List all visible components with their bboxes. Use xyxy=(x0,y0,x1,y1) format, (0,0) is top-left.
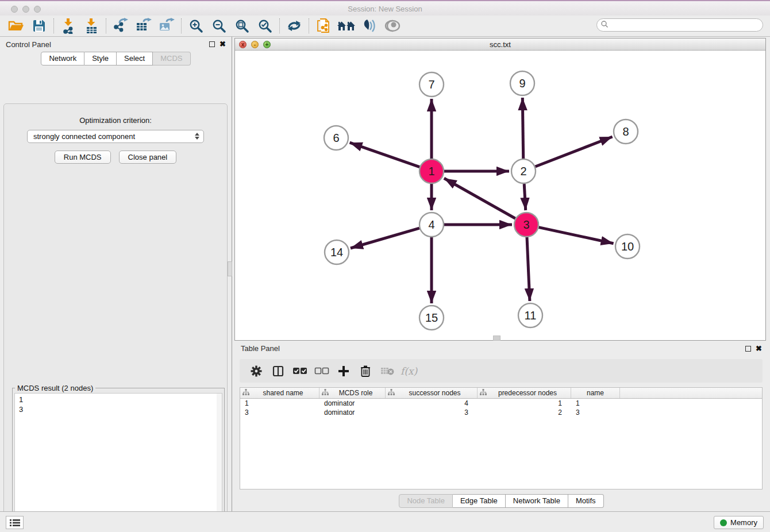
float-table-panel-icon[interactable] xyxy=(745,346,751,352)
open-session-icon[interactable] xyxy=(5,17,28,35)
first-neighbors-icon[interactable] xyxy=(335,17,358,35)
float-panel-icon[interactable] xyxy=(209,41,215,47)
column-header-successor-nodes[interactable]: successor nodes xyxy=(386,388,478,398)
svg-text:3: 3 xyxy=(523,218,529,231)
tab-select[interactable]: Select xyxy=(117,52,153,65)
network-window-titlebar[interactable]: x - + scc.txt xyxy=(235,38,765,51)
app-titlebar: Session: New Session xyxy=(0,0,770,16)
graph-node-6[interactable]: 6 xyxy=(324,126,348,150)
hierarchy-icon xyxy=(242,389,249,397)
cell-MCDS-role: dominator xyxy=(319,399,386,408)
search-icon xyxy=(600,20,609,30)
close-panel-button[interactable]: Close panel xyxy=(119,151,177,164)
horizontal-splitter-handle[interactable] xyxy=(493,336,500,341)
mcds-tab-content: Optimization criterion: strongly connect… xyxy=(3,103,228,532)
node-table[interactable]: shared nameMCDS rolesuccessor nodesprede… xyxy=(240,387,763,489)
svg-text:f(x): f(x) xyxy=(401,365,418,377)
graph-node-3[interactable]: 3 xyxy=(514,213,538,237)
mcds-result-group: MCDS result (2 nodes) 1 3 xyxy=(12,388,225,532)
column-header-name[interactable]: name xyxy=(571,388,620,398)
graph-node-7[interactable]: 7 xyxy=(419,72,444,97)
show-hide-icon[interactable] xyxy=(381,17,404,35)
graph-node-9[interactable]: 9 xyxy=(510,71,534,95)
export-image-icon[interactable] xyxy=(155,17,178,35)
optimization-criterion-label: Optimization criterion: xyxy=(4,116,227,125)
window-title: Session: New Session xyxy=(0,5,770,13)
vertical-splitter-handle[interactable] xyxy=(228,261,232,276)
toolbar-separator xyxy=(106,18,106,33)
tab-edge-table[interactable]: Edge Table xyxy=(453,494,506,508)
tab-motifs[interactable]: Motifs xyxy=(568,494,604,508)
criterion-dropdown[interactable]: strongly connected component xyxy=(27,130,204,143)
cell-shared-name: 3 xyxy=(240,408,319,417)
table-panel: Table Panel ✖ f(x) shared nameMCDS roles… xyxy=(233,341,770,511)
task-history-button[interactable] xyxy=(6,516,24,529)
add-column-icon[interactable] xyxy=(333,361,355,381)
search-input[interactable] xyxy=(609,21,763,29)
export-table-icon[interactable] xyxy=(132,17,155,35)
table-row[interactable]: 3dominator323 xyxy=(240,408,762,417)
cell-predecessor-nodes: 2 xyxy=(478,408,571,417)
network-canvas[interactable]: 7968124314101511 xyxy=(235,51,765,340)
graph-node-4[interactable]: 4 xyxy=(419,213,444,237)
svg-text:8: 8 xyxy=(622,125,629,138)
zoom-fit-icon[interactable] xyxy=(230,17,253,35)
memory-button[interactable]: Memory xyxy=(714,516,764,529)
export-network-icon[interactable] xyxy=(109,17,132,35)
graph-node-15[interactable]: 15 xyxy=(419,306,444,330)
clone-network-icon[interactable] xyxy=(312,17,335,35)
graph-node-10[interactable]: 10 xyxy=(615,234,640,259)
import-table-icon[interactable] xyxy=(80,17,103,35)
function-builder-icon: f(x) xyxy=(398,361,420,381)
select-all-icon[interactable] xyxy=(289,361,311,381)
column-header-predecessor-nodes[interactable]: predecessor nodes xyxy=(478,388,571,398)
svg-text:2: 2 xyxy=(520,165,526,178)
close-table-panel-icon[interactable]: ✖ xyxy=(756,346,762,352)
graph-node-1[interactable]: 1 xyxy=(419,159,444,183)
graph-node-8[interactable]: 8 xyxy=(614,119,638,144)
apply-style-icon[interactable] xyxy=(358,17,381,35)
zoom-selected-icon[interactable] xyxy=(253,17,276,35)
tab-node-table[interactable]: Node Table xyxy=(399,494,453,508)
svg-text:15: 15 xyxy=(425,311,438,324)
search-field[interactable] xyxy=(596,18,763,32)
zoom-in-icon[interactable] xyxy=(184,17,207,35)
dropdown-stepper-icon xyxy=(195,133,199,140)
import-network-icon[interactable] xyxy=(57,17,80,35)
table-row[interactable]: 1dominator411 xyxy=(240,399,762,408)
column-header-shared-name[interactable]: shared name xyxy=(240,388,319,398)
run-mcds-button[interactable]: Run MCDS xyxy=(55,151,111,164)
network-view-window: x - + scc.txt 7968124314101511 xyxy=(234,38,766,341)
svg-text:10: 10 xyxy=(621,240,634,253)
zoom-out-icon[interactable] xyxy=(207,17,230,35)
graph-node-2[interactable]: 2 xyxy=(511,159,536,183)
tab-network-table[interactable]: Network Table xyxy=(506,494,568,508)
tab-style[interactable]: Style xyxy=(84,52,117,65)
criterion-value: strongly connected component xyxy=(33,132,135,141)
memory-label: Memory xyxy=(730,518,757,527)
table-header-row: shared nameMCDS rolesuccessor nodesprede… xyxy=(240,388,762,399)
tab-network[interactable]: Network xyxy=(41,52,84,65)
close-panel-icon[interactable]: ✖ xyxy=(220,41,226,47)
memory-status-icon xyxy=(720,519,727,526)
table-panel-title: Table Panel xyxy=(241,344,280,353)
network-window-title: scc.txt xyxy=(235,40,765,49)
svg-text:7: 7 xyxy=(428,78,434,91)
tab-mcds[interactable]: MCDS xyxy=(153,52,190,65)
table-settings-icon[interactable] xyxy=(245,361,267,381)
cell-successor-nodes: 4 xyxy=(386,399,478,408)
column-visibility-icon[interactable] xyxy=(267,361,289,381)
cell-name: 3 xyxy=(571,408,620,417)
column-header-MCDS-role[interactable]: MCDS role xyxy=(319,388,386,398)
deselect-all-icon[interactable] xyxy=(311,361,333,381)
graph-node-14[interactable]: 14 xyxy=(325,240,349,264)
table-tabs: Node TableEdge TableNetwork TableMotifs xyxy=(233,494,770,508)
mcds-result-title: MCDS result (2 nodes) xyxy=(15,384,95,392)
save-session-icon[interactable] xyxy=(28,17,51,35)
apply-layout-icon[interactable] xyxy=(283,17,306,35)
delete-column-icon[interactable] xyxy=(355,361,376,381)
graph-node-11[interactable]: 11 xyxy=(518,303,542,327)
svg-text:1: 1 xyxy=(428,165,434,178)
table-toolbar: f(x) xyxy=(240,359,763,383)
toolbar-separator xyxy=(181,18,182,33)
